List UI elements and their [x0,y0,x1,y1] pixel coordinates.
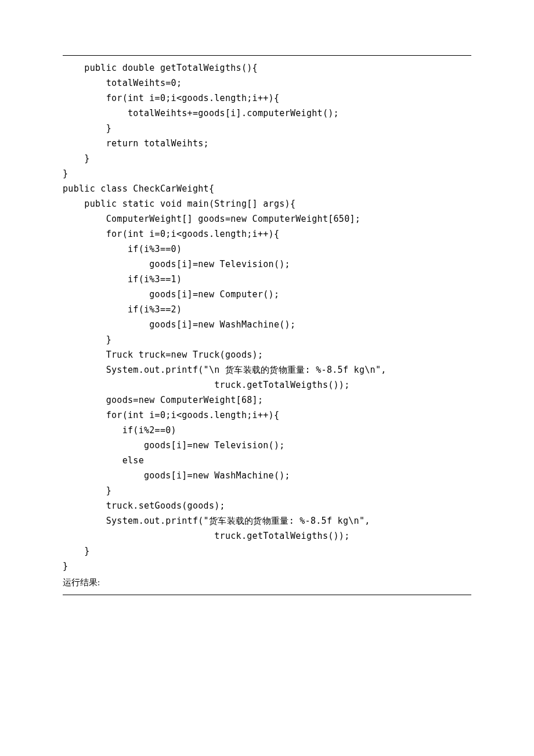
code-line: if(i%2==0) [63,425,176,435]
code-line: goods[i]=new Television(); [63,440,285,451]
code-line: System.out.printf("\n 货车装载的货物重量: %-8.5f … [63,365,387,375]
bottom-divider [63,595,471,595]
code-line: for(int i=0;i<goods.length;i++){ [63,410,279,420]
code-line: if(i%3==1) [63,274,182,285]
code-line: public class CheckCarWeight{ [63,183,214,194]
code-line: truck.setGoods(goods); [63,501,225,511]
code-line: } [63,485,111,496]
code-line: System.out.printf("货车装载的货物重量: %-8.5f kg\… [63,516,370,526]
result-label: 运行结果: [63,575,471,590]
code-line: goods[i]=new WashMachine(); [63,470,290,481]
code-line: if(i%3==2) [63,304,182,315]
code-line: for(int i=0;i<goods.length;i++){ [63,229,279,239]
top-divider [63,55,471,56]
code-line: } [63,561,68,571]
code-block: public double getTotalWeigths(){ totalWe… [63,60,471,574]
code-line: truck.getTotalWeigths()); [63,531,350,541]
code-line: ComputerWeight[] goods=new ComputerWeigh… [63,214,360,224]
code-line: public static void main(String[] args){ [63,199,295,209]
code-line: if(i%3==0) [63,244,182,254]
code-line: goods[i]=new Television(); [63,259,290,269]
document-page: public double getTotalWeigths(){ totalWe… [0,0,534,630]
code-line: goods=new ComputerWeight[68]; [63,395,263,405]
code-line: totalWeihts=0; [63,78,182,88]
code-line: } [63,168,68,179]
code-line: truck.getTotalWeigths()); [63,380,350,390]
code-line: Truck truck=new Truck(goods); [63,350,263,360]
code-line: goods[i]=new Computer(); [63,289,279,300]
code-line: goods[i]=new WashMachine(); [63,319,295,330]
code-line: else [63,455,144,466]
code-line: } [63,334,111,345]
code-line: } [63,123,111,134]
code-line: return totalWeihts; [63,138,209,149]
code-line: } [63,153,90,164]
code-line: public double getTotalWeigths(){ [63,63,258,73]
code-line: totalWeihts+=goods[i].computerWeight(); [63,108,339,118]
code-line: } [63,546,90,556]
code-line: for(int i=0;i<goods.length;i++){ [63,93,279,103]
